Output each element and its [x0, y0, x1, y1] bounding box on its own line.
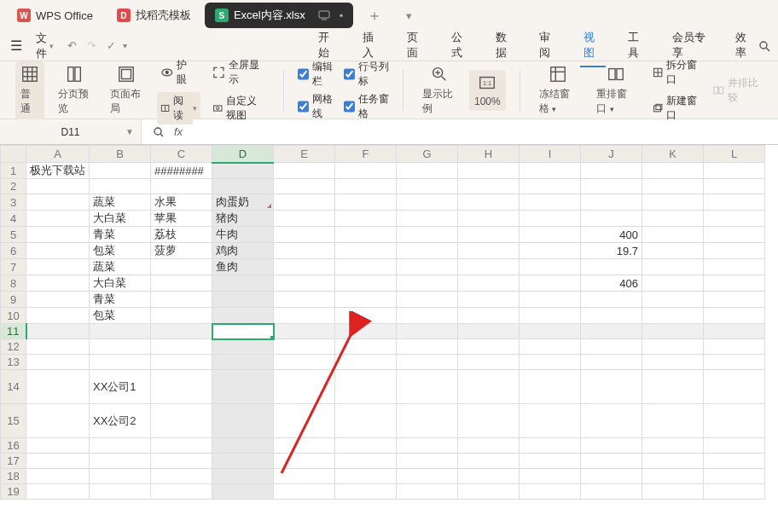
cell-L12[interactable]	[704, 339, 765, 355]
cell-E3[interactable]	[274, 194, 335, 211]
cell-B10[interactable]: 包菜	[90, 308, 151, 324]
redo-button[interactable]: ↷	[84, 36, 100, 55]
cell-K17[interactable]	[642, 454, 704, 469]
cell-A12[interactable]	[26, 339, 90, 355]
cell-C15[interactable]	[151, 404, 212, 438]
cell-C13[interactable]	[151, 355, 212, 370]
cell-H5[interactable]	[458, 227, 520, 243]
cell-C2[interactable]	[151, 179, 212, 194]
row-header[interactable]: 8	[1, 275, 26, 292]
cell-E12[interactable]	[274, 339, 335, 355]
cell-E19[interactable]	[274, 484, 335, 500]
cell-K3[interactable]	[642, 194, 704, 211]
cell-J15[interactable]	[581, 404, 642, 438]
cell-E13[interactable]	[274, 355, 335, 370]
cell-H16[interactable]	[458, 438, 520, 454]
cell-I18[interactable]	[520, 469, 581, 484]
zoom-100-button[interactable]: 1:1 100%	[469, 70, 506, 111]
cell-D1[interactable]	[212, 163, 274, 179]
cell-B2[interactable]	[90, 179, 151, 194]
file-menu[interactable]: 文件▾	[29, 27, 61, 65]
cell-C12[interactable]	[151, 339, 212, 355]
cell-H19[interactable]	[458, 484, 520, 500]
cell-E18[interactable]	[274, 469, 335, 484]
cell-C4[interactable]: 苹果	[151, 211, 212, 227]
cell-H13[interactable]	[458, 355, 520, 370]
cell-G11[interactable]	[397, 324, 458, 339]
cell-F19[interactable]	[335, 484, 397, 500]
cell-L16[interactable]	[704, 438, 765, 454]
row-header[interactable]: 9	[1, 292, 26, 308]
cell-L1[interactable]	[704, 163, 765, 179]
cell-A19[interactable]	[26, 484, 90, 500]
cell-J16[interactable]	[581, 438, 642, 454]
cell-J4[interactable]	[581, 211, 642, 227]
hamburger-menu-icon[interactable]: ☰	[7, 34, 26, 57]
cell-B3[interactable]: 蔬菜	[90, 194, 151, 211]
cell-C18[interactable]	[151, 469, 212, 484]
cell-A16[interactable]	[26, 438, 90, 454]
cell-I11[interactable]	[520, 324, 581, 339]
cell-I1[interactable]	[520, 163, 581, 179]
cell-E10[interactable]	[274, 308, 335, 324]
row-header[interactable]: 2	[1, 179, 26, 194]
cell-B15[interactable]: XX公司2	[90, 404, 151, 438]
column-header[interactable]: L	[704, 146, 765, 163]
cell-A17[interactable]	[26, 454, 90, 469]
cell-I13[interactable]	[520, 355, 581, 370]
cell-H1[interactable]	[458, 163, 520, 179]
cell-H12[interactable]	[458, 339, 520, 355]
cell-A10[interactable]	[26, 308, 90, 324]
cell-A8[interactable]	[26, 275, 90, 292]
cell-E4[interactable]	[274, 211, 335, 227]
undo-button[interactable]: ↶	[64, 36, 80, 55]
cell-F8[interactable]	[335, 275, 397, 292]
cell-K14[interactable]	[642, 370, 704, 404]
column-header[interactable]: G	[397, 146, 458, 163]
cell-J18[interactable]	[581, 469, 642, 484]
cell-D8[interactable]	[212, 275, 274, 292]
cell-A3[interactable]	[26, 194, 90, 211]
cell-H10[interactable]	[458, 308, 520, 324]
cell-A11[interactable]	[26, 324, 90, 339]
monitor-icon[interactable]	[317, 9, 331, 22]
fullscreen-button[interactable]: 全屏显示	[209, 56, 270, 89]
cell-D12[interactable]	[212, 339, 274, 355]
cell-K19[interactable]	[642, 484, 704, 500]
cell-G5[interactable]	[397, 227, 458, 243]
cell-C7[interactable]	[151, 259, 212, 275]
cell-D18[interactable]	[212, 469, 274, 484]
row-header[interactable]: 10	[1, 308, 26, 324]
cell-G6[interactable]	[397, 243, 458, 259]
arrange-windows-button[interactable]: 重排窗口 ▾	[591, 61, 641, 119]
cell-E15[interactable]	[274, 404, 335, 438]
cell-I12[interactable]	[520, 339, 581, 355]
fx-label[interactable]: fx	[174, 125, 183, 138]
quick-access-overflow[interactable]: ▾	[123, 41, 127, 50]
column-header[interactable]: F	[335, 146, 397, 163]
cell-E9[interactable]	[274, 292, 335, 308]
cell-L17[interactable]	[704, 454, 765, 469]
cell-L7[interactable]	[704, 259, 765, 275]
zoom-formula-icon[interactable]	[152, 125, 165, 139]
cell-F11[interactable]	[335, 324, 397, 339]
cell-I8[interactable]	[520, 275, 581, 292]
cell-E5[interactable]	[274, 227, 335, 243]
cell-E16[interactable]	[274, 438, 335, 454]
edit-bar-checkbox[interactable]: 编辑栏	[298, 60, 335, 89]
cell-G13[interactable]	[397, 355, 458, 370]
cell-A15[interactable]	[26, 404, 90, 438]
column-header[interactable]: E	[274, 146, 335, 163]
cell-G7[interactable]	[397, 259, 458, 275]
cell-J11[interactable]	[581, 324, 642, 339]
zoom-button[interactable]: 显示比例	[417, 61, 461, 119]
rowcol-label-checkbox[interactable]: 行号列标	[344, 60, 389, 89]
cell-C16[interactable]	[151, 438, 212, 454]
cell-F2[interactable]	[335, 179, 397, 194]
cell-H4[interactable]	[458, 211, 520, 227]
split-window-button[interactable]: 拆分窗口	[649, 56, 702, 89]
quick-save-button[interactable]: ✓	[103, 36, 119, 55]
cell-E1[interactable]	[274, 163, 335, 179]
cell-J3[interactable]	[581, 194, 642, 211]
cell-D9[interactable]	[212, 292, 274, 308]
